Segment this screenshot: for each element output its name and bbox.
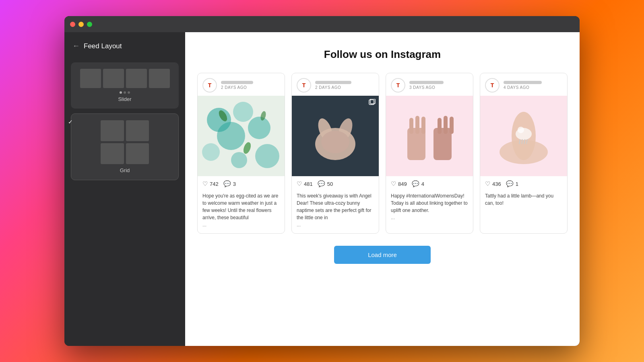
selected-checkmark: ✓ xyxy=(68,119,73,125)
post-meta-2: 2 DAYS AGO xyxy=(315,81,351,90)
time-ago-2: 2 DAYS AGO xyxy=(315,85,351,90)
svg-point-17 xyxy=(338,137,345,143)
caption-text-1: Hope you're as egg-cited as we are to we… xyxy=(202,193,278,220)
username-bar-1 xyxy=(221,81,253,84)
post-meta-4: 4 DAYS AGO xyxy=(504,81,542,90)
comment-icon-4: 💬 xyxy=(506,180,514,187)
post-stats-4: ♡ 436 💬 1 xyxy=(480,176,567,191)
svg-rect-24 xyxy=(415,116,419,134)
post-header-4: T 4 DAYS AGO xyxy=(480,73,567,96)
main-content: Follow us on Instagram T 2 DAYS AGO xyxy=(185,32,580,346)
slider-label: Slider xyxy=(77,96,172,102)
comments-3: 💬 4 xyxy=(412,180,424,187)
layout-option-slider[interactable]: Slider xyxy=(71,62,179,109)
post-image-2 xyxy=(292,96,379,176)
likes-count-1: 742 xyxy=(210,181,219,187)
caption-text-2: This week's giveaway is with Angel Dear!… xyxy=(297,193,372,220)
post-header-1: T 2 DAYS AGO xyxy=(198,73,285,96)
window-minimize-dot[interactable] xyxy=(78,22,84,27)
grid-block-3 xyxy=(101,143,124,164)
svg-rect-27 xyxy=(444,116,448,134)
post-image-container-4 xyxy=(480,96,567,176)
post-image-4 xyxy=(480,96,567,176)
sidebar: ← Feed Layout xyxy=(64,32,185,346)
post-header-3: T 3 DAYS AGO xyxy=(386,73,473,96)
grid-block-1 xyxy=(101,120,124,141)
heart-icon-3: ♡ xyxy=(391,180,396,187)
slider-blocks xyxy=(80,69,170,88)
heart-icon-1: ♡ xyxy=(202,180,208,187)
feed-title: Follow us on Instagram xyxy=(197,48,568,61)
title-bar xyxy=(64,16,580,32)
likes-4: ♡ 436 xyxy=(485,180,501,187)
svg-point-2 xyxy=(233,102,253,122)
slider-dots xyxy=(120,91,130,94)
slider-block-2 xyxy=(103,69,124,88)
post-stats-1: ♡ 742 💬 3 xyxy=(198,176,285,191)
post-card-1: T 2 DAYS AGO xyxy=(197,73,285,234)
slider-preview xyxy=(77,69,172,94)
post-stats-2: ♡ 481 💬 50 xyxy=(292,176,379,191)
post-meta-3: 3 DAYS AGO xyxy=(409,81,444,90)
grid-block-2 xyxy=(126,120,149,141)
post-caption-1: Hope you're as egg-cited as we are to we… xyxy=(198,191,285,233)
svg-rect-22 xyxy=(433,128,452,160)
likes-2: ♡ 481 xyxy=(297,180,313,187)
grid-preview xyxy=(101,120,149,164)
slider-dot-2 xyxy=(124,91,126,94)
comments-count-1: 3 xyxy=(233,181,236,187)
slider-block-4 xyxy=(149,69,170,88)
post-stats-3: ♡ 849 💬 4 xyxy=(386,176,473,191)
caption-more-1: ... xyxy=(202,222,206,228)
back-button[interactable]: ← xyxy=(72,42,80,50)
svg-point-16 xyxy=(326,137,332,143)
svg-point-33 xyxy=(518,127,524,133)
username-bar-3 xyxy=(409,81,444,84)
multi-icon-2 xyxy=(368,99,376,107)
caption-more-2: ... xyxy=(297,222,301,228)
svg-rect-28 xyxy=(450,117,454,134)
svg-point-7 xyxy=(231,152,247,168)
time-ago-1: 2 DAYS AGO xyxy=(221,85,253,90)
comments-count-3: 4 xyxy=(421,181,424,187)
slider-dot-1 xyxy=(120,91,122,94)
browser-window: ← Feed Layout xyxy=(64,16,580,346)
svg-point-4 xyxy=(248,117,270,139)
post-caption-3: Happy #InternationalWomensDay! Today is … xyxy=(386,191,473,226)
slider-block-3 xyxy=(126,69,147,88)
post-image-container-2 xyxy=(292,96,379,176)
svg-rect-23 xyxy=(409,118,413,134)
caption-text-4: Tattly had a little lamb—and you can, to… xyxy=(485,193,553,206)
comment-icon-1: 💬 xyxy=(223,180,231,187)
comments-1: 💬 3 xyxy=(223,180,236,187)
window-maximize-dot[interactable] xyxy=(87,22,92,27)
time-ago-4: 4 DAYS AGO xyxy=(504,85,542,90)
load-more-button[interactable]: Load more xyxy=(334,246,431,264)
svg-point-5 xyxy=(202,143,220,161)
likes-3: ♡ 849 xyxy=(391,180,407,187)
slider-block-1 xyxy=(80,69,101,88)
svg-rect-26 xyxy=(438,118,442,134)
posts-grid: T 2 DAYS AGO xyxy=(197,73,568,234)
likes-count-4: 436 xyxy=(492,181,501,187)
comments-4: 💬 1 xyxy=(506,180,518,187)
avatar-4: T xyxy=(485,78,500,93)
post-card-4: T 4 DAYS AGO xyxy=(480,73,568,234)
window-close-dot[interactable] xyxy=(70,22,75,27)
sidebar-title: Feed Layout xyxy=(84,42,122,50)
post-image-container-1 xyxy=(198,96,285,176)
svg-rect-25 xyxy=(421,117,425,134)
likes-1: ♡ 742 xyxy=(202,180,219,187)
post-image-1 xyxy=(198,96,285,176)
heart-icon-4: ♡ xyxy=(485,180,490,187)
post-card-2: T 2 DAYS AGO xyxy=(291,73,379,234)
comments-count-2: 50 xyxy=(327,181,333,187)
post-caption-2: This week's giveaway is with Angel Dear!… xyxy=(292,191,379,233)
username-bar-2 xyxy=(315,81,351,84)
grid-block-4 xyxy=(126,143,149,164)
post-image-container-3 xyxy=(386,96,473,176)
sidebar-section: Slider ✓ Grid xyxy=(64,58,185,189)
layout-option-grid[interactable]: ✓ Grid xyxy=(71,113,179,180)
comments-count-4: 1 xyxy=(516,181,518,187)
avatar-1: T xyxy=(202,78,217,93)
